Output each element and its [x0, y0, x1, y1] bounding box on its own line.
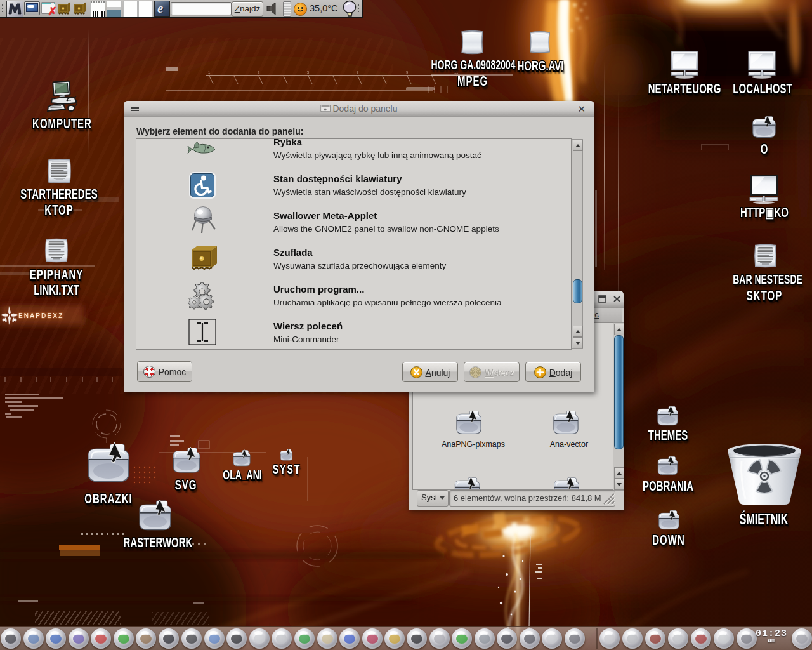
svg-text:9: 9	[406, 70, 409, 74]
